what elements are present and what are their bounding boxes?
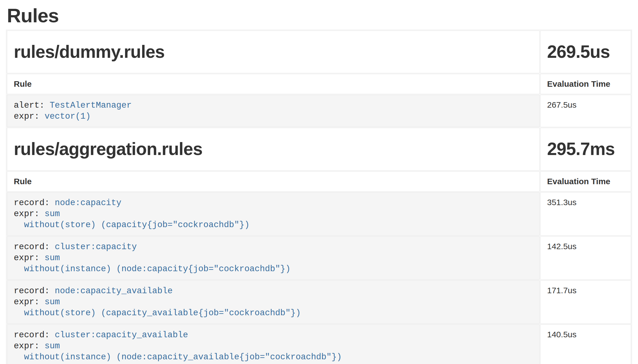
rule-expr-link[interactable]: sum without(store) (capacity_available{j… (14, 297, 301, 318)
rule-name-link[interactable]: cluster:capacity_available (55, 330, 188, 340)
rule-group-evaluation-time: 269.5us (540, 31, 631, 74)
rule-group-header-row: rules/aggregation.rules 295.7ms (7, 128, 631, 171)
rule-keyword: record: (14, 198, 50, 208)
rules-table: rules/dummy.rules 269.5us Rule Evaluatio… (6, 30, 632, 364)
rule-row: alert: TestAlertManagerexpr: vector(1) 2… (7, 95, 631, 127)
rule-code-line: expr: sum without(store) (capacity{job="… (14, 208, 533, 230)
rule-code-line: expr: sum without(instance) (node:capaci… (14, 252, 533, 275)
rule-row: record: cluster:capacity_availableexpr: … (7, 324, 631, 364)
rule-evaluation-time: 351.3us (540, 192, 631, 236)
rule-row: record: cluster:capacityexpr: sum withou… (7, 236, 631, 280)
rule-keyword: alert: (14, 100, 45, 110)
rule-code-line: expr: vector(1) (14, 111, 533, 122)
rule-name-link[interactable]: node:capacity (55, 198, 121, 208)
evaluation-time-column-header: Evaluation Time (540, 171, 631, 192)
rule-keyword: expr: (14, 209, 39, 219)
rule-group-name: rules/aggregation.rules (14, 139, 533, 159)
rule-keyword: expr: (14, 297, 39, 307)
rule-code-line: record: node:capacity (14, 197, 533, 208)
rule-expr-link[interactable]: sum without(store) (capacity{job="cockro… (14, 209, 250, 230)
column-header-row: Rule Evaluation Time (7, 171, 631, 192)
rule-name-link[interactable]: TestAlertManager (50, 100, 132, 110)
rule-evaluation-time: 267.5us (540, 95, 631, 127)
rule-code-line: record: cluster:capacity (14, 241, 533, 252)
rule-expr-link[interactable]: sum without(instance) (node:capacity_ava… (14, 341, 342, 362)
rule-keyword: record: (14, 242, 50, 252)
rule-definition-cell: record: node:capacity_availableexpr: sum… (7, 280, 540, 324)
rule-name-link[interactable]: cluster:capacity (55, 242, 137, 252)
rule-code-line: expr: sum without(instance) (node:capaci… (14, 341, 533, 363)
rule-column-header: Rule (7, 74, 540, 94)
rule-definition-cell: record: cluster:capacityexpr: sum withou… (7, 236, 540, 280)
rule-row: record: node:capacity_availableexpr: sum… (7, 280, 631, 324)
rule-keyword: expr: (14, 112, 39, 121)
rule-evaluation-time: 140.5us (540, 324, 631, 364)
rule-evaluation-time: 142.5us (540, 236, 631, 280)
rule-group-cell: rules/dummy.rules (7, 31, 540, 74)
rule-group-cell: rules/aggregation.rules (7, 128, 540, 171)
rule-definition-cell: record: node:capacityexpr: sum without(s… (7, 192, 540, 236)
rule-code-line: alert: TestAlertManager (14, 100, 533, 111)
rule-row: record: node:capacityexpr: sum without(s… (7, 192, 631, 236)
rule-evaluation-time: 171.7us (540, 280, 631, 324)
rule-name-link[interactable]: node:capacity_available (55, 286, 173, 296)
column-header-row: Rule Evaluation Time (7, 74, 631, 94)
rule-keyword: record: (14, 330, 50, 340)
rules-table-body: rules/dummy.rules 269.5us Rule Evaluatio… (7, 31, 631, 364)
rule-code-line: expr: sum without(store) (capacity_avail… (14, 297, 533, 319)
evaluation-time-column-header: Evaluation Time (540, 74, 631, 94)
rule-group-name: rules/dummy.rules (14, 42, 533, 62)
rule-keyword: expr: (14, 253, 39, 263)
rule-definition-cell: record: cluster:capacity_availableexpr: … (7, 324, 540, 364)
rule-column-header: Rule (7, 171, 540, 192)
rule-group-header-row: rules/dummy.rules 269.5us (7, 31, 631, 74)
rule-expr-link[interactable]: sum without(instance) (node:capacity{job… (14, 253, 291, 274)
rule-code-line: record: node:capacity_available (14, 286, 533, 297)
rule-definition-cell: alert: TestAlertManagerexpr: vector(1) (7, 95, 540, 127)
rule-keyword: expr: (14, 341, 39, 351)
rule-keyword: record: (14, 286, 50, 296)
rule-expr-link[interactable]: vector(1) (45, 112, 91, 121)
rule-code-line: record: cluster:capacity_available (14, 330, 533, 341)
rule-group-evaluation-time: 295.7ms (540, 128, 631, 171)
page-title: Rules (7, 4, 638, 27)
